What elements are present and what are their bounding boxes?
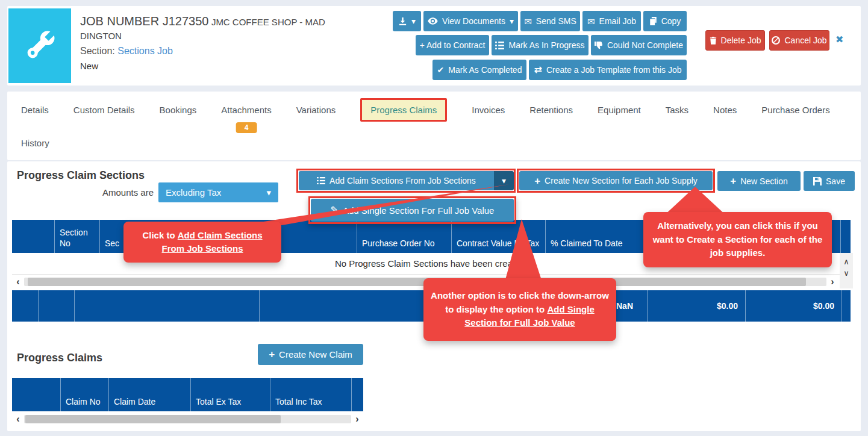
scrollbar-thumb[interactable] [28, 278, 806, 286]
new-section-button[interactable]: + New Section [717, 171, 801, 191]
create-section-each-supply-button[interactable]: + Create New Section for Each Job Supply [519, 171, 713, 190]
job-title-block: JOB NUMBER J127350 JMC COFFEE SHOP - MAD… [80, 13, 357, 71]
could-not-complete-button[interactable]: Could Not Complete [591, 35, 687, 55]
attachments-count-badge: 4 [236, 122, 257, 133]
add-to-contract-button[interactable]: + Add to Contract [416, 35, 489, 55]
column-header-contract-value-ex-tax: Contract Value Ex Tax [451, 220, 545, 253]
add-single-section-label: Add Single Section For Full Job Value [343, 205, 495, 216]
tab-bookings[interactable]: Bookings [160, 105, 197, 115]
plus-icon: + [269, 349, 275, 360]
tab-progress-claims[interactable]: Progress Claims [360, 98, 447, 122]
view-documents-label: View Documents [442, 16, 505, 26]
create-job-template-button[interactable]: ⇄ Create a Job Template from this Job [529, 60, 687, 80]
save-button[interactable]: Save [804, 171, 855, 191]
download-split-button[interactable]: ▾ [393, 11, 421, 31]
wrench-icon [22, 28, 57, 63]
column-header-total-ex-tax: Total Ex Tax [190, 378, 270, 411]
column-header-purchase-order-no: Purchase Order No [357, 220, 451, 253]
tax-mode-value: Excluding Tax [166, 187, 221, 198]
eye-icon [428, 17, 438, 25]
mark-in-progress-button[interactable]: Mark As In Progress [492, 35, 589, 55]
callout-add-single-section: Another option is to click the down-arro… [423, 278, 616, 341]
create-new-claim-label: Create New Claim [279, 349, 352, 360]
tab-attachments-label: Attachments [221, 105, 271, 115]
task-list-icon [495, 42, 504, 49]
tab-notes[interactable]: Notes [713, 105, 737, 115]
caret-down-icon: ▾ [510, 17, 514, 25]
save-icon [813, 177, 822, 185]
mark-completed-label: Mark As Completed [448, 65, 522, 75]
column-header-claim-date: Claim Date [108, 378, 190, 411]
column-header-section-no: Section No [54, 220, 99, 253]
create-new-claim-button[interactable]: + Create New Claim [258, 344, 363, 365]
caret-down-icon: ▾ [411, 17, 416, 25]
mark-in-progress-label: Mark As In Progress [508, 40, 584, 50]
tab-details[interactable]: Details [21, 105, 49, 115]
create-section-each-supply-label: Create New Section for Each Job Supply [545, 176, 698, 185]
send-sms-button[interactable]: ✉ Send SMS [520, 11, 580, 31]
pencil-icon: ✎ [331, 205, 339, 215]
caret-down-icon: ▾ [502, 176, 506, 185]
scrollbar-track[interactable] [24, 415, 351, 423]
tab-attachments[interactable]: Attachments 4 [221, 105, 271, 115]
tab-purchase-orders[interactable]: Purchase Orders [761, 105, 829, 115]
column-header-blank-end [351, 378, 363, 411]
claim-sections-vscrollbar: ∧ ∨ [840, 253, 853, 288]
add-claim-sections-dropdown-toggle[interactable]: ▾ [494, 171, 514, 190]
scroll-left-icon[interactable]: ‹ [12, 414, 24, 424]
envelope-icon: ✉ [524, 17, 532, 26]
plus-icon: + [730, 176, 736, 186]
footer-cell-blank [12, 290, 38, 322]
tab-retentions[interactable]: Retentions [529, 105, 573, 115]
section-link[interactable]: Sections Job [117, 46, 173, 56]
repeat-icon: ⇄ [534, 65, 542, 75]
tax-mode-select[interactable]: Excluding Tax ▾ [158, 182, 278, 202]
mark-completed-button[interactable]: ✔ Mark As Completed [432, 60, 526, 80]
send-sms-label: Send SMS [536, 16, 576, 26]
add-claim-sections-from-job-sections-button[interactable]: Add Claim Sections From Job Sections [299, 171, 494, 190]
tab-history[interactable]: History [21, 138, 49, 148]
create-job-template-label: Create a Job Template from this Job [546, 65, 682, 75]
callout-right-text: Alternatively, you can click this if you… [651, 219, 825, 260]
column-header-claim-no: Claim No [60, 378, 108, 411]
scroll-right-icon[interactable]: › [351, 414, 363, 424]
footer-cell-blank [38, 290, 74, 322]
email-job-label: Email Job [599, 16, 636, 26]
scroll-down-icon[interactable]: ∨ [843, 269, 849, 277]
email-job-button[interactable]: ✉ Email Job [582, 11, 641, 31]
cancel-job-button[interactable]: Cancel Job [769, 30, 829, 51]
scroll-left-icon[interactable]: ‹ [12, 277, 24, 287]
claims-hscrollbar: ‹ › [12, 413, 363, 426]
footer-total-ex-tax: $0.00 [647, 290, 745, 322]
amounts-are-label: Amounts are [78, 187, 154, 198]
tab-invoices[interactable]: Invoices [472, 105, 505, 115]
progress-claim-sections-title: Progress Claim Sections [17, 169, 145, 182]
scroll-up-icon[interactable]: ∧ [843, 258, 849, 266]
column-header-blank [12, 220, 54, 253]
could-not-complete-label: Could Not Complete [607, 40, 683, 50]
thumbs-down-icon [595, 41, 603, 49]
footer-total-inc-tax: $0.00 [745, 290, 841, 322]
ban-icon [772, 36, 780, 45]
delete-job-button[interactable]: Delete Job [705, 30, 765, 51]
save-label: Save [826, 176, 845, 186]
list-icon [317, 177, 325, 184]
progress-claims-title: Progress Claims [17, 352, 102, 364]
job-customer-line2: DINGTON [80, 31, 357, 41]
callout-add-claim-sections: Click to Add Claim Sections From Job Sec… [123, 222, 281, 263]
view-documents-button[interactable]: View Documents ▾ [423, 11, 518, 31]
tab-equipment[interactable]: Equipment [598, 105, 641, 115]
job-type-tile [8, 8, 71, 83]
job-number: JOB NUMBER J127350 [80, 14, 208, 28]
add-single-section-menu-item[interactable]: ✎ Add Single Section For Full Job Value [311, 199, 514, 222]
copy-button[interactable]: Copy [643, 11, 687, 31]
tab-tasks[interactable]: Tasks [666, 105, 688, 115]
scrollbar-thumb[interactable] [25, 415, 281, 423]
tab-custom-details[interactable]: Custom Details [73, 105, 135, 115]
scroll-right-icon[interactable]: › [826, 277, 838, 287]
close-icon[interactable]: ✖ [835, 34, 843, 45]
add-to-contract-label: + Add to Contract [420, 40, 486, 50]
section-label: Section: [80, 46, 115, 56]
page: JOB NUMBER J127350 JMC COFFEE SHOP - MAD… [0, 0, 868, 436]
tab-variations[interactable]: Variations [296, 105, 336, 115]
